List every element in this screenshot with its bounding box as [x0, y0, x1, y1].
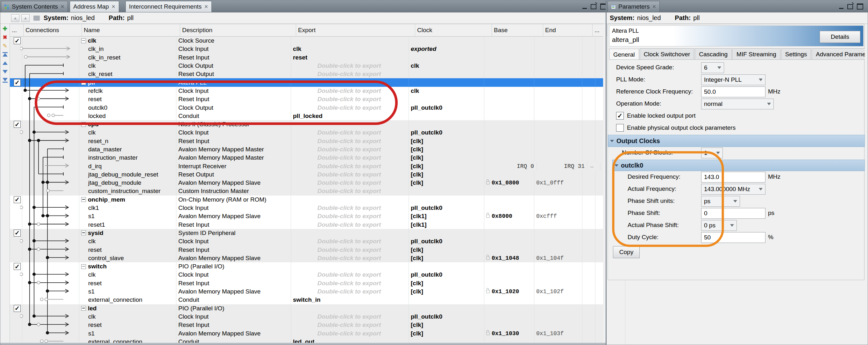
port-row-clk[interactable]: clkClock InputDouble-click to exportpll_…	[10, 237, 603, 245]
number-of-clocks-select[interactable]: 1	[701, 147, 723, 158]
use-checkbox[interactable]: ✓	[14, 121, 21, 128]
enable-locked-output-port-checkbox[interactable]: ✓	[616, 112, 624, 119]
tab-interconnect-requirements[interactable]: Interconnect Requirements ✕	[125, 1, 212, 12]
port-row-s1[interactable]: s1Avalon Memory Mapped SlaveDouble-click…	[10, 212, 603, 220]
parameter-tab-advanced-parameters[interactable]: Advanced Parameters	[812, 48, 865, 60]
close-icon[interactable]: ✕	[204, 4, 208, 9]
export-cell[interactable]	[291, 229, 409, 237]
collapse-icon[interactable]	[81, 38, 86, 43]
export-cell[interactable]	[291, 78, 409, 87]
port-row-locked[interactable]: lockedConduitpll_locked	[10, 112, 603, 120]
move-up-icon[interactable]	[1, 59, 9, 67]
export-cell[interactable]: reset	[291, 54, 409, 62]
export-cell[interactable]: Double-click to export	[291, 221, 409, 229]
export-cell[interactable]: Double-click to export	[291, 313, 409, 321]
column-header-clock[interactable]: Clock	[415, 24, 492, 36]
tab-system-contents[interactable]: System Contents ✕	[1, 1, 68, 12]
tab-address-map[interactable]: Address Map ✕	[70, 1, 119, 12]
export-cell[interactable]	[291, 37, 409, 45]
panel-splitter[interactable]	[606, 0, 607, 345]
export-cell[interactable]	[291, 304, 409, 313]
export-cell[interactable]: Double-click to export	[291, 137, 409, 145]
actual-frequency-select[interactable]: 143.000000 MHz	[701, 184, 766, 195]
column-header-name[interactable]: Name	[82, 24, 180, 36]
close-icon[interactable]: ✕	[652, 4, 656, 9]
port-row-reset1[interactable]: reset1Reset InputDouble-click to export[…	[10, 221, 603, 229]
component-row-clk[interactable]: ✓clkClock Source	[10, 37, 603, 45]
port-row-reset[interactable]: resetReset InputDouble-click to export	[10, 95, 603, 103]
column-header-connections[interactable]: Connections	[24, 24, 82, 36]
parameter-tab-cascading[interactable]: Cascading	[695, 48, 732, 60]
export-cell[interactable]: Double-click to export	[291, 271, 409, 279]
component-row-cpu[interactable]: ✓cpuNios II (Classic) Processor	[10, 120, 603, 129]
column-header-base[interactable]: Base	[492, 24, 543, 36]
move-down-icon[interactable]	[1, 68, 9, 75]
port-row-s1[interactable]: s1Avalon Memory Mapped SlaveDouble-click…	[10, 329, 603, 337]
pll-mode-select[interactable]: Integer-N PLL	[701, 74, 766, 85]
export-cell[interactable]: Double-click to export	[291, 162, 409, 170]
actual-phase-shift-select[interactable]: 0 ps	[701, 220, 737, 231]
collapse-icon[interactable]	[81, 197, 86, 202]
minimize-icon[interactable]	[582, 8, 587, 9]
maximize-icon[interactable]	[857, 3, 863, 9]
port-row-reset[interactable]: resetReset InputDouble-click to export[c…	[10, 245, 603, 254]
use-checkbox[interactable]: ✓	[14, 230, 21, 237]
export-cell[interactable]: switch_in	[291, 296, 409, 304]
port-row-d_irq[interactable]: d_irqInterrupt ReceiverDouble-click to e…	[10, 162, 603, 170]
export-cell[interactable]: Double-click to export	[291, 279, 409, 287]
export-cell[interactable]: Double-click to export	[291, 254, 409, 262]
port-row-instruction_master[interactable]: instruction_masterAvalon Memory Mapped M…	[10, 153, 603, 162]
export-cell[interactable]: Double-click to export	[291, 145, 409, 153]
outclk0-section-header[interactable]: outclk0	[612, 160, 865, 171]
port-row-outclk0[interactable]: outclk0Clock OutputDouble-click to expor…	[10, 103, 603, 112]
collapse-icon[interactable]	[81, 231, 86, 235]
component-row-sysid[interactable]: ✓sysidSystem ID Peripheral	[10, 229, 603, 237]
move-top-icon[interactable]	[1, 50, 9, 58]
export-cell[interactable]: Double-click to export	[291, 170, 409, 179]
export-cell[interactable]: pll_locked	[291, 112, 409, 120]
export-cell[interactable]: Double-click to export	[291, 153, 409, 162]
export-cell[interactable]: Double-click to export	[291, 245, 409, 254]
copy-button[interactable]: Copy	[613, 246, 640, 258]
minimize-icon[interactable]	[839, 8, 843, 9]
move-top-button[interactable]: ▲̲	[11, 14, 20, 22]
port-row-clk[interactable]: clkClock OutputDouble-click to exportclk	[10, 62, 603, 70]
export-cell[interactable]: Double-click to export	[291, 87, 409, 95]
component-row-onchip_mem[interactable]: ✓onchip_memOn-Chip Memory (RAM or ROM)	[10, 196, 603, 204]
use-checkbox[interactable]: ✓	[14, 79, 21, 86]
collapse-icon[interactable]	[81, 306, 86, 311]
output-clocks-section-header[interactable]: Output Clocks	[608, 135, 865, 147]
close-icon[interactable]: ✕	[112, 4, 116, 9]
parameter-tab-settings[interactable]: Settings	[781, 48, 811, 60]
use-checkbox[interactable]: ✓	[14, 196, 21, 203]
parameter-tab-mif-streaming[interactable]: MIF Streaming	[732, 48, 780, 60]
export-cell[interactable]	[291, 262, 409, 271]
enable-physical-output-clock-parameters-checkbox[interactable]	[616, 124, 624, 132]
component-row-switch[interactable]: ✓switchPIO (Parallel I/O)	[10, 262, 603, 271]
port-row-data_master[interactable]: data_masterAvalon Memory Mapped MasterDo…	[10, 145, 603, 153]
float-icon[interactable]	[591, 4, 596, 9]
address-lock-icon[interactable]	[486, 181, 490, 184]
column-header-[interactable]: ...	[593, 24, 607, 36]
export-cell[interactable]: Double-click to export	[291, 212, 409, 220]
parameter-tab-clock-switchover[interactable]: Clock Switchover	[640, 48, 694, 60]
collapse-icon[interactable]	[81, 264, 86, 269]
move-up-button[interactable]: ▲	[21, 14, 30, 22]
export-cell[interactable]: Double-click to export	[291, 321, 409, 329]
column-header-[interactable]: ...	[10, 24, 24, 36]
component-row-pll[interactable]: ✓pllAltera PLL	[10, 78, 603, 87]
reference-clock-frequency-input[interactable]: 50.0	[701, 87, 766, 97]
port-row-clk_reset[interactable]: clk_resetReset OutputDouble-click to exp…	[10, 70, 603, 78]
port-row-clk_in_reset[interactable]: clk_in_resetReset Inputreset	[10, 54, 603, 62]
port-row-s1[interactable]: s1Avalon Memory Mapped SlaveDouble-click…	[10, 287, 603, 296]
address-lock-icon[interactable]	[486, 256, 490, 260]
use-checkbox[interactable]: ✓	[14, 305, 21, 312]
use-checkbox[interactable]: ✓	[14, 37, 21, 44]
port-row-reset[interactable]: resetReset InputDouble-click to export[c…	[10, 279, 603, 287]
export-cell[interactable]: Double-click to export	[291, 329, 409, 337]
export-cell[interactable]: Double-click to export	[291, 187, 409, 195]
column-header-description[interactable]: Description	[180, 24, 296, 36]
port-row-reset[interactable]: resetReset InputDouble-click to export[c…	[10, 321, 603, 329]
export-cell[interactable]: Double-click to export	[291, 70, 409, 78]
port-row-jtag_debug_module[interactable]: jtag_debug_moduleAvalon Memory Mapped Sl…	[10, 179, 603, 187]
